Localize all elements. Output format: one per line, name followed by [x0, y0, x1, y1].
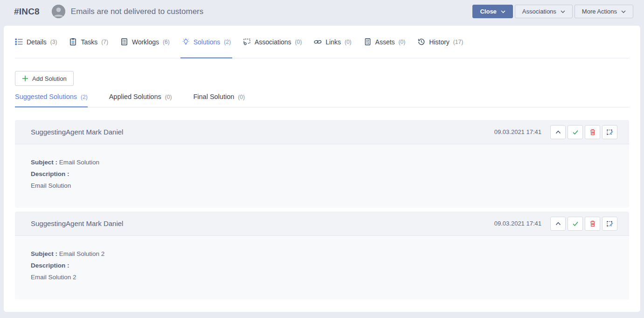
collapse-button[interactable]	[550, 125, 566, 139]
collapse-button[interactable]	[550, 217, 566, 231]
subtab-final-solution[interactable]: Final Solution (0)	[193, 93, 245, 107]
solution-description-label: Description :	[31, 260, 613, 271]
incident-title: Emails are not delivered to customers	[71, 7, 203, 16]
chevron-down-icon	[561, 10, 565, 13]
solution-author: SuggestingAgent Mark Daniel	[31, 219, 123, 227]
solution-card-actions: 09.03.2021 17:41	[494, 125, 617, 139]
solution-card-header: SuggestingAgent Mark Daniel 09.03.2021 1…	[15, 120, 629, 144]
asset-building-icon	[364, 38, 372, 46]
plus-icon	[22, 75, 28, 82]
header-actions: Close Associations More Actions	[472, 5, 633, 18]
delete-solution-button[interactable]	[585, 125, 600, 139]
solution-description-label: Description :	[31, 168, 613, 180]
tab-associations[interactable]: Associations (0)	[243, 26, 302, 58]
avatar-photo	[52, 5, 65, 18]
tab-worklogs[interactable]: Worklogs (6)	[120, 26, 170, 58]
list-icon	[15, 38, 23, 46]
edit-solution-button[interactable]	[602, 125, 617, 139]
solution-timestamp: 09.03.2021 17:41	[494, 220, 541, 227]
chevron-down-icon	[501, 10, 506, 13]
tab-tasks[interactable]: Tasks (7)	[69, 26, 108, 58]
solution-subject: Subject : Email Solution 2	[31, 248, 613, 260]
history-clock-icon	[417, 38, 425, 46]
solution-card: SuggestingAgent Mark Daniel 09.03.2021 1…	[15, 120, 629, 208]
solution-description: Email Solution	[31, 180, 613, 191]
tab-links[interactable]: Links (0)	[314, 26, 351, 58]
clipboard-icon	[69, 38, 77, 46]
incident-id: #INC8	[14, 7, 40, 17]
solution-author: SuggestingAgent Mark Daniel	[31, 128, 123, 136]
tab-history[interactable]: History (17)	[417, 26, 463, 58]
tab-bar: Details (3) Tasks (7) Wo	[15, 26, 629, 58]
marquee-link-icon	[243, 38, 251, 46]
tab-assets[interactable]: Assets (0)	[364, 26, 406, 58]
solution-subject: Subject : Email Solution	[31, 156, 613, 168]
solution-description: Email Solution 2	[31, 271, 613, 283]
solution-card-actions: 09.03.2021 17:41	[494, 217, 617, 231]
close-button[interactable]: Close	[472, 5, 512, 18]
chevron-down-icon	[621, 10, 626, 13]
subtab-applied-solutions[interactable]: Applied Solutions (0)	[109, 93, 172, 107]
associations-button[interactable]: Associations	[515, 5, 573, 18]
approve-solution-button[interactable]	[568, 217, 583, 231]
solutions-content: Add Solution Suggested Solutions (2) App…	[4, 58, 640, 299]
requester-avatar	[52, 5, 65, 18]
solution-card-body: Subject : Email Solution Description : E…	[15, 144, 629, 208]
incident-header: #INC8 Emails are not delivered to custom…	[0, 0, 644, 26]
solution-card: SuggestingAgent Mark Daniel 09.03.2021 1…	[15, 212, 629, 299]
solution-timestamp: 09.03.2021 17:41	[494, 128, 541, 135]
lightbulb-icon	[182, 38, 190, 46]
add-solution-button[interactable]: Add Solution	[15, 71, 74, 86]
more-actions-button[interactable]: More Actions	[575, 5, 633, 18]
tab-details[interactable]: Details (3)	[15, 26, 57, 58]
tab-solutions[interactable]: Solutions (2)	[182, 26, 231, 58]
worklog-list-icon	[120, 38, 128, 46]
incident-panel: Details (3) Tasks (7) Wo	[4, 26, 640, 312]
solution-subtabs: Suggested Solutions (2) Applied Solution…	[15, 93, 629, 107]
delete-solution-button[interactable]	[585, 217, 600, 231]
solution-card-header: SuggestingAgent Mark Daniel 09.03.2021 1…	[15, 212, 629, 236]
approve-solution-button[interactable]	[568, 125, 583, 139]
subtab-suggested-solutions[interactable]: Suggested Solutions (2)	[15, 93, 88, 107]
solution-card-body: Subject : Email Solution 2 Description :…	[15, 236, 629, 299]
chain-links-icon	[314, 38, 322, 46]
edit-solution-button[interactable]	[602, 217, 617, 231]
